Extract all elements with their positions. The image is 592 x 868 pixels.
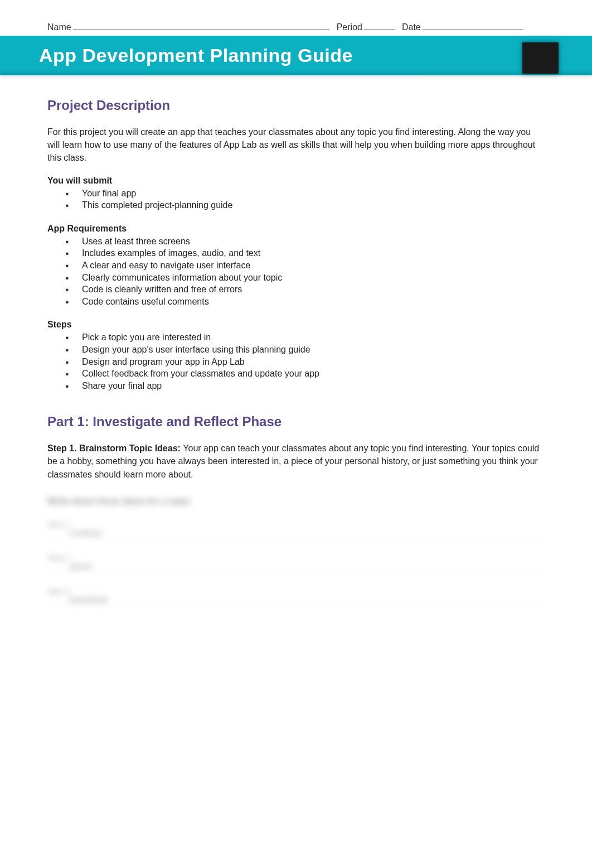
idea3-value: basketball: [47, 595, 108, 604]
submit-list: Your final app This completed project-pl…: [47, 187, 545, 211]
document-title: App Development Planning Guide: [39, 45, 553, 66]
idea2-label: Idea 2:: [47, 553, 545, 562]
list-item: A clear and easy to navigate user interf…: [47, 259, 545, 272]
list-item: Includes examples of images, audio, and …: [47, 247, 545, 259]
requirements-heading: App Requirements: [47, 224, 545, 234]
intro-paragraph: For this project you will create an app …: [47, 126, 545, 165]
project-description-heading: Project Description: [47, 98, 545, 113]
submit-heading: You will submit: [47, 176, 545, 186]
list-item: Code contains useful comments: [47, 296, 545, 308]
idea2-line: dance: [47, 562, 545, 571]
title-banner: App Development Planning Guide: [0, 36, 592, 75]
period-blank-line: [364, 30, 395, 30]
list-item: Code is cleanly written and free of erro…: [47, 283, 545, 296]
blurred-preview: Write down three ideas for a topic Idea …: [47, 496, 545, 605]
list-item: Pick a topic you are interested in: [47, 331, 545, 344]
step1-label: Step 1. Brainstorm Topic Ideas:: [47, 443, 183, 453]
idea1-value: Cooking: [47, 528, 100, 537]
steps-heading: Steps: [47, 320, 545, 330]
name-label: Name: [47, 22, 71, 32]
idea-block-1: Idea 1: Cooking: [47, 520, 545, 538]
list-item: Uses at least three screens: [47, 235, 545, 248]
name-blank-line: [73, 30, 329, 30]
steps-list: Pick a topic you are interested in Desig…: [47, 331, 545, 392]
list-item: Design and program your app in App Lab: [47, 356, 545, 368]
list-item: Collect feedback from your classmates an…: [47, 368, 545, 380]
header-fields-row: Name Period Date: [0, 0, 592, 32]
idea2-value: dance: [47, 561, 93, 571]
date-blank-line: [423, 30, 523, 30]
list-item: Design your app's user interface using t…: [47, 344, 545, 356]
ideas-heading: Write down three ideas for a topic: [47, 496, 545, 507]
idea3-label: Idea 3:: [47, 587, 545, 596]
requirements-list: Uses at least three screens Includes exa…: [47, 235, 545, 308]
idea1-label: Idea 1:: [47, 520, 545, 529]
list-item: Clearly communicates information about y…: [47, 272, 545, 284]
document-page: Name Period Date App Development Plannin…: [0, 0, 592, 868]
part1-heading: Part 1: Investigate and Reflect Phase: [47, 414, 545, 430]
list-item: This completed project-planning guide: [47, 199, 545, 211]
list-item: Share your final app: [47, 380, 545, 392]
date-label: Date: [402, 22, 421, 32]
app-icon: [522, 42, 559, 74]
step1-paragraph: Step 1. Brainstorm Topic Ideas: Your app…: [47, 442, 545, 481]
period-label: Period: [337, 22, 362, 32]
idea1-line: Cooking: [47, 529, 545, 538]
content-area: Project Description For this project you…: [0, 75, 592, 605]
idea3-line: basketball: [47, 596, 545, 605]
idea-block-2: Idea 2: dance: [47, 553, 545, 571]
idea-block-3: Idea 3: basketball: [47, 587, 545, 605]
list-item: Your final app: [47, 187, 545, 200]
